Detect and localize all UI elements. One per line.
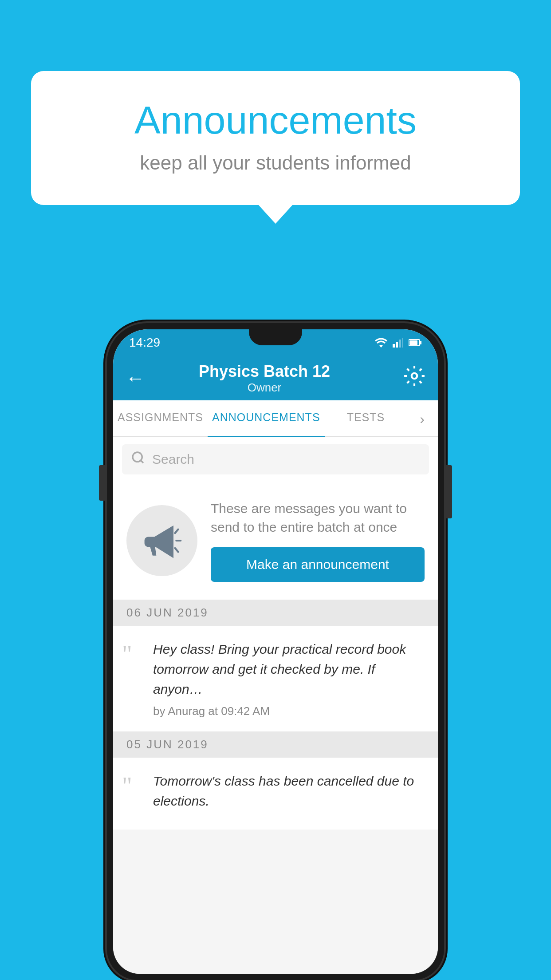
announcement-meta-1: by Anurag at 09:42 AM <box>153 704 425 718</box>
announcement-text-1: Hey class! Bring your practical record b… <box>153 639 425 699</box>
svg-rect-5 <box>420 341 421 344</box>
announcement-text-2: Tomorrow's class has been cancelled due … <box>153 771 425 811</box>
svg-point-7 <box>412 373 417 379</box>
app-bar: ← Physics Batch 12 Owner <box>113 356 438 400</box>
date-separator-1: 06 JUN 2019 <box>113 600 438 626</box>
svg-rect-3 <box>402 338 403 348</box>
make-announcement-button[interactable]: Make an announcement <box>211 547 425 582</box>
tab-tests[interactable]: TESTS <box>325 400 407 436</box>
promo-card: These are messages you want to send to t… <box>113 482 438 600</box>
wifi-icon <box>375 338 387 348</box>
svg-line-9 <box>141 460 143 463</box>
svg-point-8 <box>133 452 142 462</box>
gear-icon <box>403 365 425 387</box>
bubble-subtitle: keep all your students informed <box>67 152 484 174</box>
announcement-content-2: Tomorrow's class has been cancelled due … <box>153 771 425 816</box>
svg-rect-0 <box>393 344 395 348</box>
svg-line-10 <box>175 530 178 533</box>
phone-frame: 14:29 <box>107 323 444 980</box>
status-time: 14:29 <box>129 336 160 350</box>
search-icon <box>131 450 145 468</box>
status-icons <box>375 338 422 348</box>
announcement-item-2[interactable]: " Tomorrow's class has been cancelled du… <box>113 758 438 830</box>
announcement-item-1[interactable]: " Hey class! Bring your practical record… <box>113 626 438 731</box>
quote-icon-2: " <box>122 774 144 798</box>
svg-rect-6 <box>409 340 417 345</box>
svg-rect-2 <box>399 340 401 348</box>
tab-assignments[interactable]: ASSIGNMENTS <box>113 400 208 436</box>
app-bar-subtitle: Owner <box>152 381 377 395</box>
megaphone-icon <box>142 521 182 561</box>
notch <box>249 329 302 345</box>
search-bar[interactable]: Search <box>122 444 429 474</box>
screen-content: Search These are messages you want to se… <box>113 437 438 974</box>
speech-bubble-card: Announcements keep all your students inf… <box>31 71 520 205</box>
promo-description: These are messages you want to send to t… <box>211 499 425 537</box>
announcement-icon-circle <box>126 505 197 576</box>
search-bar-wrapper: Search <box>113 437 438 482</box>
status-bar: 14:29 <box>113 329 438 356</box>
bubble-title: Announcements <box>67 98 484 143</box>
tabs-bar: ASSIGNMENTS ANNOUNCEMENTS TESTS › <box>113 400 438 437</box>
svg-line-12 <box>175 548 178 552</box>
svg-rect-1 <box>396 342 398 348</box>
search-placeholder: Search <box>152 452 194 467</box>
signal-icon <box>393 338 403 348</box>
tab-more[interactable]: › <box>407 400 438 436</box>
speech-bubble-section: Announcements keep all your students inf… <box>31 71 520 205</box>
date-separator-2: 05 JUN 2019 <box>113 731 438 758</box>
settings-icon[interactable] <box>403 365 425 391</box>
announcement-content-1: Hey class! Bring your practical record b… <box>153 639 425 718</box>
app-bar-title: Physics Batch 12 <box>152 362 377 381</box>
quote-icon-1: " <box>122 642 144 667</box>
app-bar-title-group: Physics Batch 12 Owner <box>152 362 377 395</box>
tab-announcements[interactable]: ANNOUNCEMENTS <box>208 400 325 436</box>
battery-icon <box>409 339 422 347</box>
phone-screen: 14:29 <box>113 329 438 974</box>
back-button[interactable]: ← <box>126 367 152 389</box>
promo-right: These are messages you want to send to t… <box>211 499 425 582</box>
